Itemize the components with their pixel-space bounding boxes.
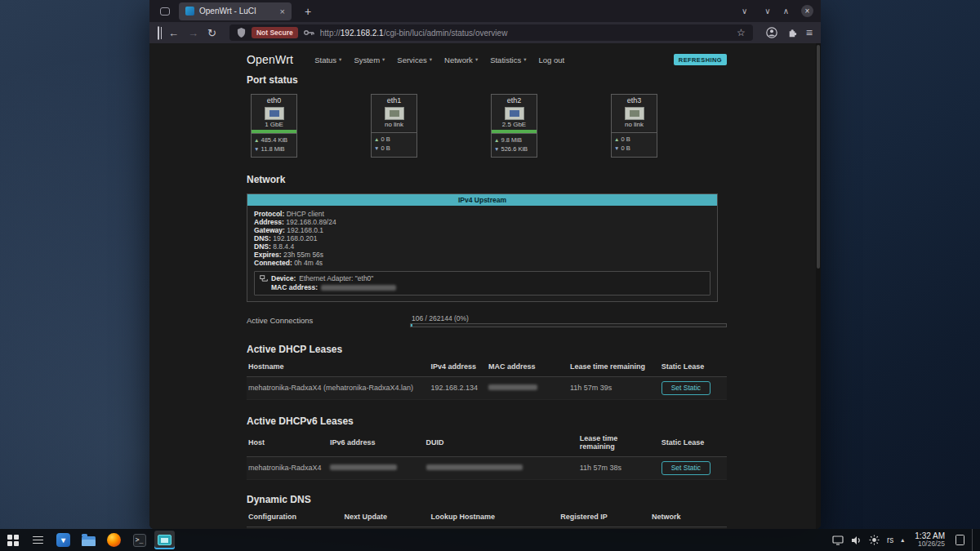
notifications-icon[interactable]: [956, 535, 964, 545]
blue-app-icon[interactable]: ▾: [53, 531, 74, 549]
scrollbar-track[interactable]: [816, 43, 821, 529]
luci-content: OpenWrt Status▾ System▾ Services▾ Networ…: [247, 43, 727, 529]
rx-value: 0 B: [381, 144, 390, 152]
port-status-heading: Port status: [247, 74, 727, 86]
brightness-icon[interactable]: [869, 535, 880, 545]
redacted-mac: [488, 384, 537, 390]
dhcp-leases-heading: Active DHCP Leases: [247, 344, 727, 355]
port-speed: no link: [372, 121, 416, 130]
tx-value: 485.4 KiB: [261, 136, 288, 144]
lease-hostname: mehatronika-RadxaX4 (mehatronika-RadxaX4…: [247, 384, 429, 392]
taskbar: ▾ >_ rs ▴ 1:32 AM 10/26/25: [0, 529, 980, 551]
port-name: eth0: [252, 95, 296, 105]
port-name: eth3: [612, 95, 657, 105]
tab-close-icon[interactable]: ×: [280, 7, 285, 16]
table-row: mehatronika-RadxaX4 (mehatronika-RadxaX4…: [247, 377, 727, 400]
file-manager-icon[interactable]: [78, 531, 99, 549]
volume-icon[interactable]: [851, 535, 862, 545]
chevron-down-icon: ▾: [382, 56, 385, 63]
set-static-button[interactable]: Set Static: [662, 461, 710, 475]
field-expires: Expires 23h 55m 56s: [254, 251, 710, 259]
nav-logout[interactable]: Log out: [538, 56, 564, 64]
lease-action: Set Static: [660, 381, 727, 395]
refreshing-badge[interactable]: REFRESHING: [674, 54, 727, 65]
ethernet-port-icon: [385, 107, 404, 120]
chevron-down-icon: ▾: [475, 56, 478, 63]
active-connections-label: Active Connections: [247, 314, 410, 325]
mac-line: MAC address: [260, 283, 705, 292]
list-tabs-icon[interactable]: ∨: [742, 7, 747, 16]
bookmark-star-icon[interactable]: ☆: [737, 27, 746, 38]
back-icon[interactable]: ←: [168, 28, 179, 38]
col-hostname: Hostname: [247, 362, 429, 371]
tray-expander-icon[interactable]: ▴: [901, 536, 904, 544]
firefox-view-glyph: [160, 7, 170, 16]
port-stats: ▲ 0 B ▼ 0 B: [372, 132, 416, 156]
field-connected: Connected 0h 4m 4s: [254, 259, 710, 267]
show-desktop-strip[interactable]: [972, 529, 976, 551]
nav-statistics[interactable]: Statistics▾: [490, 56, 526, 64]
nav-services[interactable]: Services▾: [397, 56, 432, 64]
browser-tab[interactable]: OpenWrt - LuCI ×: [179, 2, 292, 20]
redacted-duid: [426, 464, 523, 470]
field-protocol: Protocol DHCP client: [254, 210, 710, 218]
url-path: /cgi-bin/luci/admin/status/overview: [384, 29, 508, 38]
new-tab-button[interactable]: +: [301, 5, 315, 18]
field-dns1: DNS 192.168.0.201: [254, 234, 710, 242]
set-static-button[interactable]: Set Static: [662, 381, 710, 395]
col-ipv6: IPv6 address: [328, 438, 425, 447]
firefox-view-icon[interactable]: [157, 4, 173, 19]
extensions-icon[interactable]: [786, 28, 797, 38]
table-header: Host IPv6 address DUID Lease time remain…: [247, 429, 727, 457]
table-header: Hostname IPv4 address MAC address Lease …: [247, 357, 727, 377]
clock[interactable]: 1:32 AM 10/26/25: [915, 531, 945, 549]
port-stats: ▲ 9.8 MiB ▼ 526.6 KiB: [492, 133, 537, 157]
url-host: 192.168.2.1: [341, 29, 384, 38]
ipv4-upstream-box: IPv4 Upstream Protocol DHCP client Addre…: [247, 193, 718, 302]
task-manager-icon[interactable]: [28, 531, 48, 549]
close-window-icon[interactable]: ×: [801, 5, 813, 17]
not-secure-badge[interactable]: Not Secure: [252, 27, 298, 38]
lease-ipv6: [328, 464, 425, 472]
account-icon[interactable]: [766, 27, 777, 38]
col-next-update: Next Update: [343, 513, 430, 521]
tx-value: 0 B: [621, 136, 630, 143]
col-lease-time: Lease time remaining: [568, 362, 660, 371]
nav-status[interactable]: Status▾: [314, 56, 341, 64]
forward-icon[interactable]: →: [188, 28, 198, 38]
lease-action: Set Static: [660, 461, 727, 475]
reload-icon[interactable]: ↻: [207, 28, 216, 38]
progress-fill: [411, 324, 412, 327]
display-icon[interactable]: [832, 535, 844, 545]
col-lookup-hostname: Lookup Hostname: [429, 513, 559, 521]
lease-duid: [425, 464, 578, 472]
terminal-icon[interactable]: >_: [129, 531, 149, 549]
ethernet-port-icon: [625, 107, 644, 120]
port-card-eth3: eth3 no link ▲ 0 B ▼ 0 B: [611, 94, 657, 158]
port-card-eth0: eth0 1 GbE ▲ 485.4 KiB ▼ 11.8 MiB: [251, 94, 297, 158]
nav-network[interactable]: Network▾: [444, 56, 478, 64]
key-icon[interactable]: [304, 29, 314, 36]
scrollbar-thumb[interactable]: [817, 45, 820, 269]
keyboard-layout-indicator[interactable]: rs: [887, 535, 893, 544]
sidebar-toggle-icon[interactable]: [158, 28, 159, 38]
ethernet-port-icon: [505, 107, 524, 120]
port-stats: ▲ 485.4 KiB ▼ 11.8 MiB: [252, 133, 296, 157]
nav-system[interactable]: System▾: [354, 56, 385, 64]
network-adapter-icon: [260, 275, 268, 282]
address-bar[interactable]: Not Secure http://192.168.2.1/cgi-bin/lu…: [229, 24, 753, 41]
firefox-icon[interactable]: [104, 531, 124, 549]
active-window-icon[interactable]: [154, 531, 175, 549]
rx-value: 526.6 KiB: [501, 145, 528, 153]
app-launcher-icon[interactable]: [2, 531, 23, 549]
port-card-eth1: eth1 no link ▲ 0 B ▼ 0 B: [371, 94, 417, 158]
menu-icon[interactable]: ≡: [806, 26, 813, 39]
maximize-icon[interactable]: ∧: [783, 7, 789, 16]
shield-icon[interactable]: [237, 28, 246, 38]
clock-date: 10/26/25: [915, 540, 945, 549]
active-connections-meter: 106 / 262144 (0%): [410, 314, 727, 327]
minimize-icon[interactable]: ∨: [764, 7, 770, 16]
col-static-lease: Static Lease: [660, 362, 727, 371]
tx-icon: ▲: [494, 137, 499, 143]
upstream-title: IPv4 Upstream: [247, 194, 717, 206]
